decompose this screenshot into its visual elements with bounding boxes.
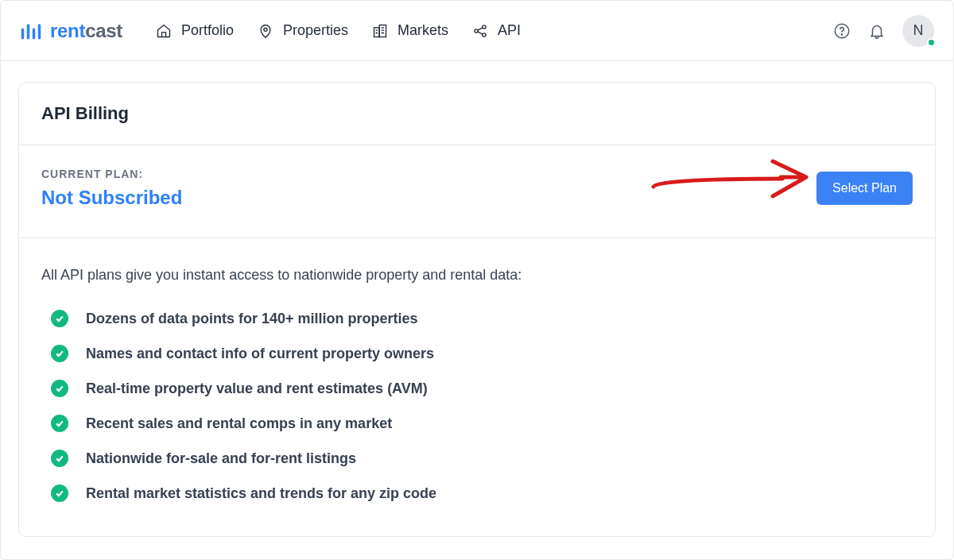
card-title: API Billing <box>19 83 935 145</box>
svg-point-14 <box>841 34 842 35</box>
feature-text: Real-time property value and rent estima… <box>86 380 428 397</box>
list-item: Names and contact info of current proper… <box>51 336 913 371</box>
avatar-initial: N <box>913 22 924 39</box>
billing-card: API Billing CURRENT PLAN: Not Subscribed… <box>18 82 936 537</box>
nav-markets-label: Markets <box>398 22 448 39</box>
header-right: N <box>832 15 934 47</box>
svg-line-11 <box>478 27 483 29</box>
list-item: Recent sales and rental comps in any mar… <box>51 406 913 441</box>
buildings-icon <box>372 23 388 39</box>
nav-markets[interactable]: Markets <box>372 22 448 39</box>
svg-rect-1 <box>374 27 380 37</box>
feature-text: Rental market statistics and trends for … <box>86 485 436 502</box>
pin-icon <box>258 23 273 39</box>
feature-text: Nationwide for-sale and for-rent listing… <box>86 450 356 467</box>
arrow-annotation-icon <box>647 153 818 205</box>
svg-point-10 <box>483 33 486 36</box>
bell-icon <box>868 22 886 40</box>
logo-text: rentcast <box>50 20 122 42</box>
status-dot-icon <box>927 38 936 47</box>
avatar-wrap: N <box>902 15 934 47</box>
check-icon <box>51 345 68 362</box>
check-icon <box>51 450 68 467</box>
check-icon <box>51 380 68 397</box>
nav-api-label: API <box>498 22 521 39</box>
feature-list: Dozens of data points for 140+ million p… <box>19 301 935 536</box>
plan-section: CURRENT PLAN: Not Subscribed Select Plan <box>19 145 935 238</box>
main-nav: Portfolio Properties Markets API <box>156 22 521 39</box>
feature-text: Names and contact info of current proper… <box>86 346 434 362</box>
check-icon <box>51 485 68 502</box>
help-button[interactable] <box>832 21 851 41</box>
plan-label: CURRENT PLAN: <box>41 168 182 180</box>
nav-portfolio[interactable]: Portfolio <box>156 22 234 39</box>
svg-point-9 <box>483 25 486 28</box>
header: rentcast Portfolio Properties Markets AP… <box>1 1 953 61</box>
share-icon <box>472 23 488 39</box>
list-item: Dozens of data points for 140+ million p… <box>51 301 913 336</box>
logo-icon <box>20 20 42 42</box>
check-icon <box>51 415 68 432</box>
list-item: Real-time property value and rent estima… <box>51 371 913 406</box>
feature-text: Dozens of data points for 140+ million p… <box>86 311 418 327</box>
svg-point-8 <box>475 29 478 32</box>
notifications-button[interactable] <box>867 21 886 41</box>
svg-point-0 <box>264 28 267 31</box>
select-plan-button[interactable]: Select Plan <box>816 172 913 205</box>
nav-properties[interactable]: Properties <box>258 22 348 39</box>
list-item: Rental market statistics and trends for … <box>51 476 913 511</box>
intro-text: All API plans give you instant access to… <box>19 238 935 301</box>
help-icon <box>833 22 851 40</box>
svg-rect-2 <box>379 25 386 37</box>
svg-line-12 <box>478 31 483 33</box>
home-icon <box>156 23 172 39</box>
plan-info: CURRENT PLAN: Not Subscribed <box>41 168 182 209</box>
nav-portfolio-label: Portfolio <box>181 22 234 39</box>
plan-name: Not Subscribed <box>41 187 182 209</box>
check-icon <box>51 310 68 327</box>
nav-api[interactable]: API <box>472 22 521 39</box>
list-item: Nationwide for-sale and for-rent listing… <box>51 441 913 476</box>
logo[interactable]: rentcast <box>20 20 122 42</box>
nav-properties-label: Properties <box>283 22 348 39</box>
feature-text: Recent sales and rental comps in any mar… <box>86 415 392 432</box>
